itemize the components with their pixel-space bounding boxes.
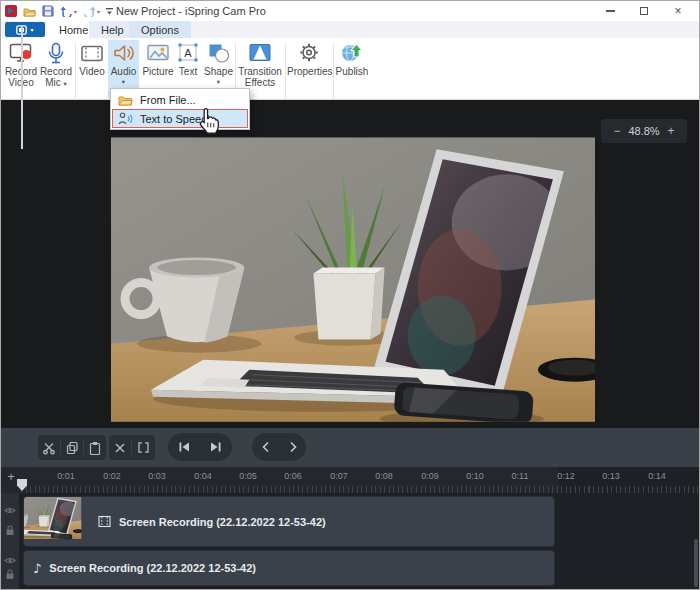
menu-item-from-file[interactable]: From File... xyxy=(112,90,248,109)
svg-text:A: A xyxy=(184,47,192,59)
ruler-tick: 0:01 xyxy=(57,471,75,481)
paste-icon xyxy=(88,441,102,455)
ruler-tick: 0:07 xyxy=(330,471,348,481)
text-icon: A xyxy=(175,41,201,66)
zoom-control: − 48.8% + xyxy=(601,119,687,143)
properties-button[interactable]: Properties xyxy=(287,40,331,98)
next-frame-icon xyxy=(288,441,298,453)
ruler-tick: 0:08 xyxy=(375,471,393,481)
redo-button[interactable]: ▾ xyxy=(83,6,100,17)
window-title: New Project - iSpring Cam Pro xyxy=(116,5,266,17)
maximize-button[interactable] xyxy=(627,1,661,21)
edit-group xyxy=(109,435,155,460)
ruler-tick: 0:09 xyxy=(421,471,439,481)
chevron-down-icon: ▾ xyxy=(202,78,235,85)
vertical-scrollbar[interactable] xyxy=(694,539,698,587)
record-mic-button[interactable]: Record Mic ▾ xyxy=(39,40,73,98)
ruler-tick: 0:13 xyxy=(602,471,620,481)
skip-start-button[interactable] xyxy=(168,433,200,461)
ruler-tick: 0:02 xyxy=(103,471,121,481)
copy-icon xyxy=(65,441,79,455)
eye-icon[interactable] xyxy=(4,506,16,515)
publish-button[interactable]: Publish xyxy=(335,40,369,98)
film-icon xyxy=(98,515,111,528)
timeline-tracks: Screen Recording (22.12.2022 12-53-42) ♪… xyxy=(1,493,699,590)
ruler-tick: 0:10 xyxy=(466,471,484,481)
customize-toolbar-button[interactable] xyxy=(106,7,114,16)
skip-end-button[interactable] xyxy=(200,433,232,461)
next-frame-button[interactable] xyxy=(279,433,306,461)
app-logo-icon xyxy=(5,5,17,17)
copy-button[interactable] xyxy=(61,435,83,460)
save-button[interactable] xyxy=(42,5,54,17)
crop-button[interactable] xyxy=(132,435,154,460)
paste-button[interactable] xyxy=(84,435,106,460)
title-bar: ▾ ▾ New Project - iSpring Cam Pro × xyxy=(1,1,699,21)
canvas-stage: − 48.8% + xyxy=(1,100,699,428)
clip-label: Screen Recording (22.12.2022 12-53-42) xyxy=(119,516,326,528)
lock-icon[interactable] xyxy=(4,525,16,536)
playback-toolbar: 0:00.0 / 0:11.7 xyxy=(1,428,699,467)
tab-options[interactable]: Options xyxy=(129,21,191,38)
audio-track-clip[interactable]: ♪ Screen Recording (22.12.2022 12-53-42) xyxy=(23,550,555,586)
delete-button[interactable] xyxy=(109,435,131,460)
lock-icon[interactable] xyxy=(4,569,16,580)
publish-icon xyxy=(339,41,365,66)
stage-photo[interactable] xyxy=(111,132,595,427)
insert-video-button[interactable]: Video xyxy=(77,40,107,98)
track-header-rail xyxy=(1,493,19,590)
ribbon-tab-bar: ▾ Home Help Options xyxy=(1,21,699,38)
clip-label: Screen Recording (22.12.2022 12-53-42) xyxy=(49,562,256,574)
minimize-icon xyxy=(606,10,615,12)
skip-group xyxy=(168,433,232,461)
zoom-value: 48.8% xyxy=(628,125,659,137)
chevron-down-icon: ▾ xyxy=(30,26,33,33)
chevron-down-icon: ▾ xyxy=(64,80,67,87)
skip-end-icon xyxy=(209,441,223,453)
timeline-ruler[interactable]: + 0:01 0:02 0:03 0:04 0:05 0:06 0:07 0:0… xyxy=(1,467,699,493)
ruler-tick: 0:12 xyxy=(557,471,575,481)
gear-icon xyxy=(296,41,322,66)
audio-dropdown-menu: From File... Text to Speech xyxy=(110,88,250,130)
quick-access-toolbar: ▾ ▾ xyxy=(5,3,114,19)
folder-open-icon xyxy=(118,94,133,106)
open-button[interactable] xyxy=(23,6,36,17)
cut-button[interactable] xyxy=(38,435,60,460)
skip-start-icon xyxy=(177,441,191,453)
chevron-down-icon: ▾ xyxy=(74,8,77,15)
close-icon: × xyxy=(674,4,681,18)
chevron-down-icon: ▾ xyxy=(97,8,100,15)
chevron-down-icon: ▾ xyxy=(108,78,139,85)
minimize-button[interactable] xyxy=(593,1,627,21)
zoom-in-button[interactable]: + xyxy=(664,124,678,138)
undo-button[interactable]: ▾ xyxy=(60,6,77,17)
prev-frame-button[interactable] xyxy=(252,433,279,461)
app-menu-button[interactable]: ▾ xyxy=(5,22,45,37)
menu-item-text-to-speech[interactable]: Text to Speech xyxy=(112,109,248,128)
video-track-clip[interactable]: Screen Recording (22.12.2022 12-53-42) xyxy=(23,496,555,547)
ruler-tick: 0:11 xyxy=(512,471,529,481)
music-note-icon: ♪ xyxy=(33,562,41,575)
picture-icon xyxy=(145,41,171,66)
close-button[interactable]: × xyxy=(661,1,695,21)
frame-step-group xyxy=(252,433,306,461)
ruler-minor-ticks xyxy=(21,486,700,493)
clip-thumbnail xyxy=(24,496,90,547)
video-icon xyxy=(79,41,105,66)
prev-frame-icon xyxy=(261,441,271,453)
ruler-tick: 0:03 xyxy=(148,471,166,481)
ruler-tick: 0:04 xyxy=(194,471,212,481)
shape-icon xyxy=(206,41,232,66)
ruler-tick: 0:05 xyxy=(239,471,257,481)
zoom-out-button[interactable]: − xyxy=(610,124,624,138)
cut-icon xyxy=(42,441,56,455)
add-track-button[interactable]: + xyxy=(4,470,18,484)
playhead-line xyxy=(21,25,23,149)
eye-icon[interactable] xyxy=(4,556,16,565)
crop-icon xyxy=(137,441,150,454)
ribbon: Record Video Record Mic ▾ Video Audio ▾ … xyxy=(1,38,699,100)
audio-icon xyxy=(111,41,137,66)
app-window: ▾ ▾ New Project - iSpring Cam Pro × ▾ Ho… xyxy=(0,0,700,590)
record-mic-icon xyxy=(43,41,69,66)
ruler-tick: 0:06 xyxy=(284,471,302,481)
